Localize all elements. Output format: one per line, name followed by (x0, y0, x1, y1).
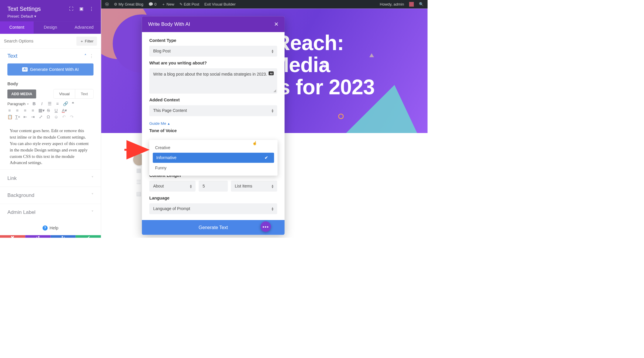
select-arrows-icon: ▴▾ (190, 184, 192, 188)
section-text-header[interactable]: Text ˄ ⋮ (0, 49, 101, 62)
drag-icon[interactable]: ⛶ (69, 6, 73, 11)
dock-icon[interactable]: ▣ (79, 6, 83, 11)
section-more-icon[interactable]: ⋮ (89, 54, 94, 59)
emoji-icon[interactable]: ☺ (54, 115, 59, 120)
body-label: Body (0, 79, 101, 89)
tone-option-creative[interactable]: Creative (149, 143, 278, 153)
help-link[interactable]: ? Help (0, 221, 101, 235)
sidebar-tabs: Content Design Advanced (0, 21, 101, 34)
search-icon[interactable]: 🔍 (419, 2, 424, 7)
special-char-icon[interactable]: Ω (46, 115, 51, 120)
tone-option-informative-label: Informative (156, 156, 177, 160)
about-textarea[interactable]: Write a blog post about the top social m… (149, 68, 277, 93)
redo-icon[interactable]: ↷ (70, 115, 74, 120)
paste-icon[interactable]: 📋 (7, 115, 12, 120)
redo-button[interactable]: ↻ (50, 235, 76, 238)
cursor-icon: ☝ (252, 141, 257, 145)
language-select[interactable]: Language of Prompt▴▾ (149, 203, 277, 214)
discard-button[interactable]: ✖ (0, 235, 25, 238)
label-about: What are you writing about? (149, 61, 277, 66)
indent-icon[interactable]: ⇥ (31, 115, 35, 120)
table-icon[interactable]: ▦▾ (38, 108, 43, 113)
select-arrows-icon: ▴▾ (272, 49, 273, 53)
undo-icon[interactable]: ↶ (62, 115, 66, 120)
hero-decoration-small-triangle (369, 53, 374, 57)
exit-visual-builder[interactable]: Exit Visual Builder (204, 2, 236, 6)
paragraph-dropdown[interactable]: Paragraph (7, 102, 28, 106)
settings-sidebar: Text Settings ⛶ ▣ ⋮ Preset: Default ▾ Co… (0, 0, 101, 238)
section-admin-label-label: Admin Label (7, 209, 35, 215)
label-content-type: Content Type (149, 38, 277, 43)
bullet-list-icon[interactable]: ☰ (47, 101, 52, 106)
preset-dropdown[interactable]: Preset: Default ▾ (7, 14, 93, 19)
numbered-list-icon[interactable]: ≡ (55, 101, 60, 106)
select-arrows-icon: ▴▾ (272, 207, 273, 211)
help-icon: ? (42, 226, 47, 231)
align-center-icon[interactable]: ≡ (15, 108, 20, 113)
avatar[interactable] (409, 2, 414, 7)
clear-format-icon[interactable]: T× (15, 115, 20, 120)
tab-content[interactable]: Content (0, 21, 34, 34)
body-editor[interactable]: Your content goes here. Edit or remove t… (7, 124, 93, 169)
guide-me-toggle[interactable]: Guide Me ▴ (149, 121, 170, 126)
section-background[interactable]: Background˅ (0, 187, 101, 204)
tone-option-funny[interactable]: Funny (149, 163, 278, 173)
site-menu[interactable]: ⚙ My Great Blog (114, 2, 143, 7)
more-icon[interactable]: ⋮ (89, 6, 94, 11)
select-arrows-icon: ▴▾ (272, 184, 273, 188)
align-left-icon[interactable]: ≡ (7, 108, 12, 113)
added-context-value: This Page Content (153, 108, 187, 113)
generate-content-ai-label: Generate Content With AI (30, 67, 78, 72)
howdy-user[interactable]: Howdy, admin (380, 2, 404, 6)
wordpress-icon[interactable]: ⓦ (105, 2, 109, 7)
filter-button[interactable]: ＋ Filter (76, 37, 97, 46)
new-menu[interactable]: ＋ New (162, 2, 174, 7)
align-right-icon[interactable]: ≡ (23, 108, 27, 113)
close-icon[interactable]: ✕ (274, 21, 278, 28)
section-admin-label[interactable]: Admin Label˅ (0, 204, 101, 221)
modal-title: Write Body With AI (148, 21, 190, 27)
tone-select[interactable]: Creative Informative ✔ ☝ Funny (149, 136, 277, 169)
link-icon[interactable]: 🔗 (63, 101, 67, 106)
fullscreen-icon[interactable]: ⤢ (38, 115, 43, 120)
search-options-row: ＋ Filter (0, 34, 101, 49)
tab-advanced[interactable]: Advanced (67, 21, 101, 34)
length-mode-value: About (153, 184, 164, 188)
add-media-button[interactable]: ADD MEDIA (7, 89, 36, 98)
blockquote-icon[interactable]: ❝ (71, 101, 75, 106)
tone-option-informative[interactable]: Informative ✔ ☝ (153, 153, 274, 163)
edit-post-link[interactable]: ✎ Edit Post (179, 2, 199, 7)
section-link[interactable]: Link˅ (0, 169, 101, 186)
ai-badge-icon[interactable]: AI (269, 71, 274, 75)
view-tab-text[interactable]: Text (75, 89, 93, 98)
language-value: Language of Prompt (153, 207, 190, 211)
italic-icon[interactable]: I (40, 101, 44, 106)
length-mode-select[interactable]: About▴▾ (149, 181, 196, 192)
tone-dropdown: Creative Informative ✔ ☝ Funny (149, 140, 278, 175)
view-tab-visual[interactable]: Visual (54, 89, 75, 98)
align-justify-icon[interactable]: ≡ (31, 108, 35, 113)
added-context-select[interactable]: This Page Content▴▾ (149, 105, 277, 116)
length-unit-select[interactable]: List Items▴▾ (231, 181, 277, 192)
underline-icon[interactable]: U (54, 108, 59, 113)
length-number-input[interactable]: 5 (199, 181, 228, 192)
help-label: Help (49, 226, 58, 231)
content-type-select[interactable]: Blog Post▴▾ (149, 46, 277, 57)
hero-decoration-ring (338, 114, 344, 119)
outdent-icon[interactable]: ⇤ (23, 115, 27, 120)
chevron-up-icon: ˄ (84, 54, 86, 59)
generate-content-ai-button[interactable]: AI Generate Content With AI (7, 63, 93, 75)
strikethrough-icon[interactable]: S (46, 108, 51, 113)
resize-handle-icon[interactable]: ◢ (273, 88, 276, 93)
text-color-icon[interactable]: A▾ (62, 108, 66, 113)
check-icon: ✔ (265, 156, 268, 160)
tab-design[interactable]: Design (34, 21, 67, 34)
undo-button[interactable]: ↺ (25, 235, 50, 238)
page-settings-fab[interactable]: ••• (261, 221, 271, 232)
comments-menu[interactable]: 💬 0 (148, 2, 157, 7)
wp-admin-bar: ⓦ ⚙ My Great Blog 💬 0 ＋ New ✎ Edit Post … (101, 0, 428, 8)
search-options-input[interactable] (4, 39, 76, 44)
editor-toolbar: Paragraph B I ☰ ≡ 🔗 ❝ ≡ ≡ ≡ ≡ ▦▾ S U A▾ … (0, 101, 101, 123)
bold-icon[interactable]: B (32, 101, 36, 106)
save-button[interactable]: ✔ (76, 235, 101, 238)
